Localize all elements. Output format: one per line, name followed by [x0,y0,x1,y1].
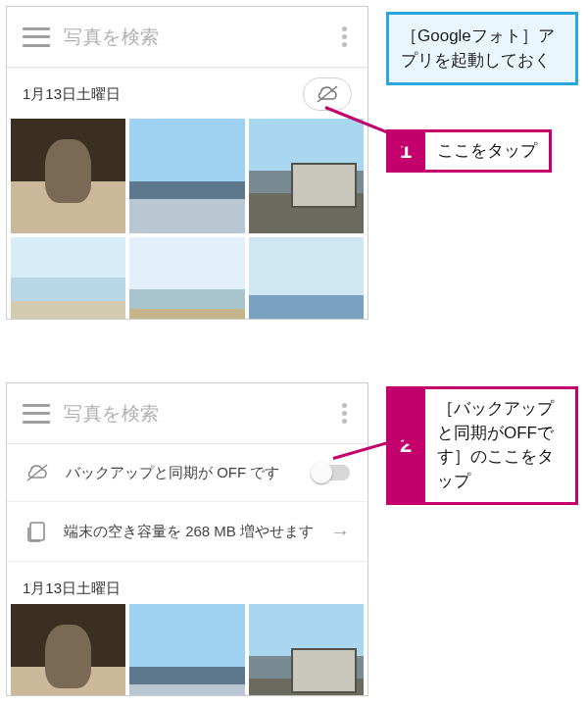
photo-thumb[interactable] [11,119,125,233]
app-top-bar: 写真を検索 [7,383,368,444]
free-up-card[interactable]: 端末の空き容量を 268 MB 増やせます → [7,502,368,562]
step-number: 2 [386,386,425,505]
step-text: ［バックアップと同期がOFFです］のここをタップ [425,386,578,505]
free-up-storage-icon [24,520,48,543]
free-up-label: 端末の空き容量を 268 MB 増やせます [64,522,315,541]
photo-thumb[interactable] [249,237,364,320]
menu-icon[interactable] [23,27,50,47]
overflow-icon[interactable] [332,26,356,47]
step-text: ここをタップ [425,129,552,173]
photo-thumb[interactable] [129,604,244,696]
menu-icon[interactable] [23,404,50,424]
callout-step-1: 1 ここをタップ [386,129,578,173]
photo-thumb[interactable] [249,604,364,696]
cloud-off-icon [315,84,340,104]
chevron-right-icon: → [330,521,350,543]
search-input[interactable]: 写真を検索 [64,401,332,427]
date-label: 1月13日土曜日 [7,562,368,604]
search-input[interactable]: 写真を検索 [64,25,332,50]
svg-rect-2 [30,523,44,540]
overflow-icon[interactable] [332,403,356,424]
photo-grid [7,604,368,696]
callout-step-2: 2 ［バックアップと同期がOFFです］のここをタップ [386,386,578,505]
callout-intro: ［Googleフォト］アプリを起動しておく [386,12,578,85]
backup-toggle[interactable] [313,465,350,480]
photo-thumb[interactable] [11,237,125,320]
date-label: 1月13日土曜日 [23,85,121,104]
app-top-bar: 写真を検索 [7,7,368,68]
photo-thumb[interactable] [11,604,125,696]
screenshot-2: 写真を検索 バックアップと同期が OFF です 端末の空き容量を 268 MB … [6,382,368,696]
cloud-off-icon [24,462,50,483]
screenshot-1: 写真を検索 1月13日土曜日 [6,6,368,320]
photo-thumb[interactable] [249,119,364,233]
date-header-row: 1月13日土曜日 [7,68,368,119]
photo-thumb[interactable] [129,119,244,233]
backup-off-card: バックアップと同期が OFF です [7,444,368,502]
backup-off-label: バックアップと同期が OFF です [66,463,297,482]
assistant-cards: バックアップと同期が OFF です 端末の空き容量を 268 MB 増やせます … [7,444,368,562]
photo-grid [7,119,368,320]
photo-thumb[interactable] [129,237,244,320]
